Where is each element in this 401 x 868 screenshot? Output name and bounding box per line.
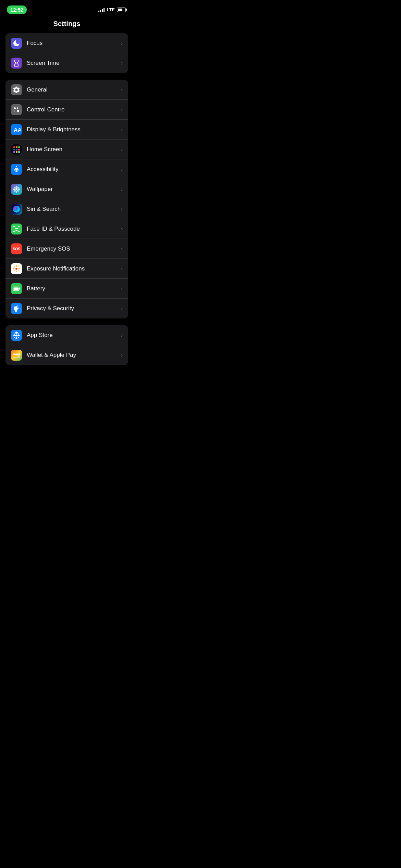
svg-point-33 bbox=[18, 266, 19, 267]
settings-item-control-centre[interactable]: Control Centre › bbox=[5, 100, 128, 120]
status-right: LTE bbox=[98, 7, 127, 12]
siri-search-label: Siri & Search bbox=[27, 206, 121, 213]
battery-icon bbox=[11, 283, 22, 294]
settings-item-wallet[interactable]: Wallet & Apple Pay › bbox=[5, 345, 128, 365]
settings-item-screen-time[interactable]: Screen Time › bbox=[5, 53, 128, 73]
home-screen-icon bbox=[11, 144, 22, 155]
signal-bar-1 bbox=[98, 11, 99, 12]
battery-fill bbox=[118, 9, 122, 11]
signal-bar-2 bbox=[100, 10, 101, 12]
accessibility-label: Accessibility bbox=[27, 166, 121, 173]
accessibility-chevron: › bbox=[121, 167, 123, 172]
accessibility-person-icon bbox=[12, 165, 21, 173]
battery-label: Battery bbox=[27, 285, 121, 292]
control-centre-chevron: › bbox=[121, 107, 123, 112]
face-id-icon bbox=[11, 224, 22, 234]
emergency-sos-icon: SOS bbox=[11, 243, 22, 254]
settings-item-emergency-sos[interactable]: SOS Emergency SOS › bbox=[5, 239, 128, 259]
svg-point-28 bbox=[16, 265, 17, 267]
wallpaper-chevron: › bbox=[121, 186, 123, 192]
settings-item-general[interactable]: General › bbox=[5, 80, 128, 100]
settings-item-privacy-security[interactable]: Privacy & Security › bbox=[5, 299, 128, 318]
emergency-sos-chevron: › bbox=[121, 246, 123, 252]
battery-body bbox=[117, 8, 126, 12]
exposure-notifications-label: Exposure Notifications bbox=[27, 265, 121, 272]
focus-chevron: › bbox=[121, 40, 123, 46]
settings-group-3: ✦ App Store › Wallet & Apple Pay › bbox=[5, 325, 128, 365]
signal-bar-4 bbox=[104, 8, 105, 12]
general-label: General bbox=[27, 86, 121, 93]
settings-item-display-brightness[interactable]: AA Display & Brightness › bbox=[5, 120, 128, 140]
exposure-notifications-chevron: › bbox=[121, 266, 123, 272]
siri-icon bbox=[11, 204, 22, 215]
svg-text:AA: AA bbox=[14, 127, 21, 133]
settings-item-siri-search[interactable]: Siri & Search › bbox=[5, 199, 128, 219]
svg-point-26 bbox=[17, 228, 18, 229]
moon-icon bbox=[12, 39, 21, 47]
settings-content: Focus › Screen Time › General › bbox=[0, 33, 134, 365]
accessibility-icon bbox=[11, 164, 22, 175]
exposure-notifications-icon bbox=[11, 263, 22, 274]
svg-point-25 bbox=[15, 228, 16, 229]
wallpaper-icon bbox=[11, 184, 22, 195]
exposure-icon bbox=[12, 265, 21, 273]
status-bar: 12:52 LTE bbox=[0, 0, 134, 17]
page-header: Settings bbox=[0, 17, 134, 33]
display-icon: AA bbox=[12, 125, 21, 134]
settings-group-2: General › Control Centre › AA Displa bbox=[5, 80, 128, 318]
display-brightness-chevron: › bbox=[121, 127, 123, 132]
svg-point-27 bbox=[15, 268, 17, 270]
app-store-label: App Store bbox=[27, 332, 121, 339]
page-title: Settings bbox=[53, 20, 81, 27]
sos-text: SOS bbox=[13, 247, 20, 251]
screen-time-label: Screen Time bbox=[27, 60, 121, 67]
siri-search-chevron: › bbox=[121, 206, 123, 212]
battery-status-icon bbox=[117, 8, 127, 12]
app-store-icon: ✦ bbox=[11, 330, 22, 341]
svg-rect-40 bbox=[13, 353, 20, 358]
face-id-chevron: › bbox=[121, 226, 123, 232]
svg-point-32 bbox=[14, 266, 15, 267]
svg-point-14 bbox=[16, 166, 17, 167]
control-centre-label: Control Centre bbox=[27, 106, 121, 113]
settings-item-battery[interactable]: Battery › bbox=[5, 279, 128, 299]
settings-group-1: Focus › Screen Time › bbox=[5, 33, 128, 73]
svg-rect-1 bbox=[17, 110, 19, 112]
hourglass-icon bbox=[12, 59, 21, 67]
focus-icon bbox=[11, 38, 22, 49]
svg-rect-5 bbox=[13, 146, 15, 148]
settings-item-focus[interactable]: Focus › bbox=[5, 33, 128, 53]
wallet-chevron: › bbox=[121, 352, 123, 358]
svg-point-34 bbox=[14, 270, 15, 271]
svg-point-15 bbox=[15, 188, 17, 190]
svg-rect-9 bbox=[16, 149, 17, 150]
settings-item-wallpaper[interactable]: Wallpaper › bbox=[5, 179, 128, 199]
sliders-icon bbox=[12, 106, 21, 114]
svg-point-29 bbox=[16, 271, 17, 272]
svg-text:✦: ✦ bbox=[14, 333, 18, 338]
general-icon bbox=[11, 84, 22, 95]
settings-item-accessibility[interactable]: Accessibility › bbox=[5, 159, 128, 179]
carrier-text: LTE bbox=[107, 7, 115, 12]
home-screen-chevron: › bbox=[121, 147, 123, 152]
svg-point-31 bbox=[19, 268, 20, 269]
svg-rect-37 bbox=[19, 288, 20, 289]
battery-chevron: › bbox=[121, 286, 123, 291]
settings-item-app-store[interactable]: ✦ App Store › bbox=[5, 325, 128, 345]
flower-icon bbox=[12, 185, 21, 193]
gear-icon bbox=[12, 86, 21, 94]
app-store-svg: ✦ bbox=[12, 331, 21, 339]
settings-item-face-id[interactable]: Face ID & Passcode › bbox=[5, 219, 128, 239]
settings-item-home-screen[interactable]: Home Screen › bbox=[5, 140, 128, 159]
battery-setting-svg bbox=[12, 285, 21, 293]
svg-rect-2 bbox=[14, 110, 14, 112]
svg-rect-0 bbox=[14, 107, 16, 109]
screen-time-icon bbox=[11, 58, 22, 69]
privacy-security-chevron: › bbox=[121, 306, 123, 311]
focus-label: Focus bbox=[27, 40, 121, 47]
wallet-icon bbox=[11, 350, 22, 361]
svg-rect-12 bbox=[16, 151, 17, 153]
wallpaper-label: Wallpaper bbox=[27, 186, 121, 193]
signal-bars bbox=[98, 7, 105, 12]
settings-item-exposure-notifications[interactable]: Exposure Notifications › bbox=[5, 259, 128, 279]
